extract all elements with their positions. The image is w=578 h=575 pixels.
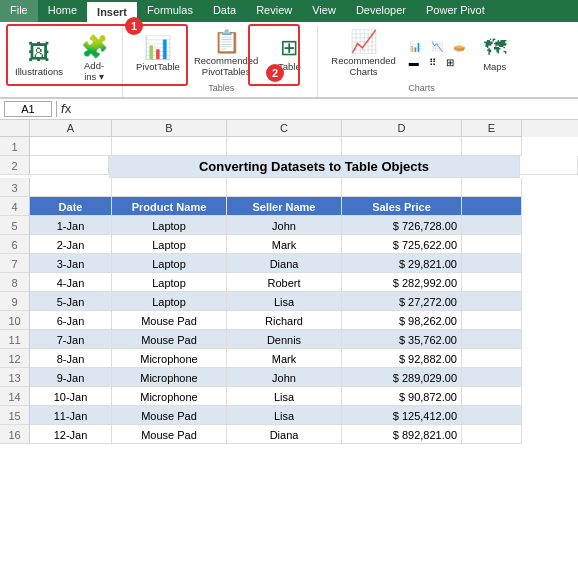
- cell-6-4[interactable]: [462, 235, 522, 254]
- col-header-c[interactable]: C: [227, 120, 342, 137]
- cell-4d[interactable]: Sales Price: [342, 197, 462, 216]
- tab-power-pivot[interactable]: Power Pivot: [416, 0, 495, 22]
- name-box[interactable]: [4, 101, 52, 117]
- cell-15-4[interactable]: [462, 406, 522, 425]
- cell-16-2[interactable]: Diana: [227, 425, 342, 444]
- cell-14-2[interactable]: Lisa: [227, 387, 342, 406]
- cell-10-1[interactable]: Mouse Pad: [112, 311, 227, 330]
- maps-button[interactable]: 🗺 Maps: [473, 34, 517, 75]
- title-cell[interactable]: Converting Datasets to Table Objects: [109, 156, 521, 178]
- column-chart-button[interactable]: 📊: [405, 39, 425, 54]
- tab-data[interactable]: Data: [203, 0, 246, 22]
- cell-14-4[interactable]: [462, 387, 522, 406]
- cell-10-0[interactable]: 6-Jan: [30, 311, 112, 330]
- cell-14-1[interactable]: Microphone: [112, 387, 227, 406]
- cell-15-0[interactable]: 11-Jan: [30, 406, 112, 425]
- tab-file[interactable]: File: [0, 0, 38, 22]
- cell-7-3[interactable]: $ 29,821.00: [342, 254, 462, 273]
- cell-7-1[interactable]: Laptop: [112, 254, 227, 273]
- cell-9-0[interactable]: 5-Jan: [30, 292, 112, 311]
- cell-11-3[interactable]: $ 35,762.00: [342, 330, 462, 349]
- cell-4c[interactable]: Seller Name: [227, 197, 342, 216]
- cell-13-1[interactable]: Microphone: [112, 368, 227, 387]
- cell-9-4[interactable]: [462, 292, 522, 311]
- tab-review[interactable]: Review: [246, 0, 302, 22]
- cell-9-3[interactable]: $ 27,272.00: [342, 292, 462, 311]
- cell-14-3[interactable]: $ 90,872.00: [342, 387, 462, 406]
- bar-chart-button[interactable]: ▬: [405, 55, 423, 70]
- cell-10-4[interactable]: [462, 311, 522, 330]
- cell-5-2[interactable]: John: [227, 216, 342, 235]
- cell-6-1[interactable]: Laptop: [112, 235, 227, 254]
- tab-home[interactable]: Home: [38, 0, 87, 22]
- cell-3d[interactable]: [342, 178, 462, 197]
- cell-6-2[interactable]: Mark: [227, 235, 342, 254]
- cell-5-4[interactable]: [462, 216, 522, 235]
- col-header-d[interactable]: D: [342, 120, 462, 137]
- cell-13-0[interactable]: 9-Jan: [30, 368, 112, 387]
- cell-15-3[interactable]: $ 125,412.00: [342, 406, 462, 425]
- cell-13-3[interactable]: $ 289,029.00: [342, 368, 462, 387]
- cell-8-4[interactable]: [462, 273, 522, 292]
- cell-7-0[interactable]: 3-Jan: [30, 254, 112, 273]
- tab-formulas[interactable]: Formulas: [137, 0, 203, 22]
- cell-10-2[interactable]: Richard: [227, 311, 342, 330]
- cell-11-4[interactable]: [462, 330, 522, 349]
- more-charts-button[interactable]: ⊞: [442, 55, 458, 70]
- cell-8-2[interactable]: Robert: [227, 273, 342, 292]
- cell-8-3[interactable]: $ 282,992.00: [342, 273, 462, 292]
- cell-5-0[interactable]: 1-Jan: [30, 216, 112, 235]
- cell-10-3[interactable]: $ 98,262.00: [342, 311, 462, 330]
- cell-12-3[interactable]: $ 92,882.00: [342, 349, 462, 368]
- cell-1b[interactable]: [112, 137, 227, 156]
- cell-16-1[interactable]: Mouse Pad: [112, 425, 227, 444]
- cell-3e[interactable]: [462, 178, 522, 197]
- cell-12-4[interactable]: [462, 349, 522, 368]
- tab-view[interactable]: View: [302, 0, 346, 22]
- cell-3b[interactable]: [112, 178, 227, 197]
- cell-16-0[interactable]: 12-Jan: [30, 425, 112, 444]
- line-chart-button[interactable]: 📉: [427, 39, 447, 54]
- recommended-charts-button[interactable]: 📈 RecommendedCharts: [326, 28, 400, 81]
- cell-3c[interactable]: [227, 178, 342, 197]
- cell-6-3[interactable]: $ 725,622.00: [342, 235, 462, 254]
- cell-2a[interactable]: [30, 156, 109, 175]
- cell-8-0[interactable]: 4-Jan: [30, 273, 112, 292]
- cell-9-2[interactable]: Lisa: [227, 292, 342, 311]
- cell-12-2[interactable]: Mark: [227, 349, 342, 368]
- col-header-e[interactable]: E: [462, 120, 522, 137]
- cell-16-4[interactable]: [462, 425, 522, 444]
- col-header-b[interactable]: B: [112, 120, 227, 137]
- cell-16-3[interactable]: $ 892,821.00: [342, 425, 462, 444]
- recommended-pivot-button[interactable]: 📋 RecommendedPivotTables: [189, 28, 263, 81]
- illustrations-button[interactable]: 🖼 Illustrations: [10, 39, 68, 80]
- cell-13-4[interactable]: [462, 368, 522, 387]
- cell-5-1[interactable]: Laptop: [112, 216, 227, 235]
- scatter-chart-button[interactable]: ⠿: [425, 55, 440, 70]
- cell-3a[interactable]: [30, 178, 112, 197]
- cell-9-1[interactable]: Laptop: [112, 292, 227, 311]
- pie-chart-button[interactable]: 🥧: [449, 39, 469, 54]
- cell-1c[interactable]: [227, 137, 342, 156]
- cell-1e[interactable]: [462, 137, 522, 156]
- cell-4a[interactable]: Date: [30, 197, 112, 216]
- tab-developer[interactable]: Developer: [346, 0, 416, 22]
- cell-5-3[interactable]: $ 726,728.00: [342, 216, 462, 235]
- cell-7-4[interactable]: [462, 254, 522, 273]
- cell-7-2[interactable]: Diana: [227, 254, 342, 273]
- cell-15-2[interactable]: Lisa: [227, 406, 342, 425]
- formula-input[interactable]: [75, 103, 574, 115]
- cell-13-2[interactable]: John: [227, 368, 342, 387]
- cell-11-1[interactable]: Mouse Pad: [112, 330, 227, 349]
- cell-11-0[interactable]: 7-Jan: [30, 330, 112, 349]
- cell-4b[interactable]: Product Name: [112, 197, 227, 216]
- cell-12-0[interactable]: 8-Jan: [30, 349, 112, 368]
- add-ins-button[interactable]: 🧩 Add-ins ▾: [72, 33, 116, 86]
- cell-11-2[interactable]: Dennis: [227, 330, 342, 349]
- cell-6-0[interactable]: 2-Jan: [30, 235, 112, 254]
- cell-15-1[interactable]: Mouse Pad: [112, 406, 227, 425]
- cell-2e[interactable]: [520, 156, 578, 175]
- col-header-a[interactable]: A: [30, 120, 112, 137]
- cell-14-0[interactable]: 10-Jan: [30, 387, 112, 406]
- cell-4e[interactable]: [462, 197, 522, 216]
